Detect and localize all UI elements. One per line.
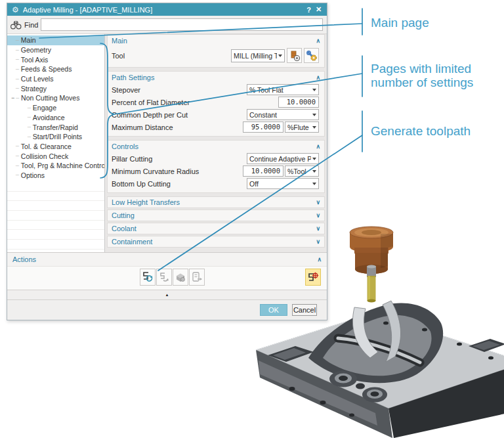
percent-flat-input[interactable]: 10.0000	[278, 97, 319, 108]
sidebar-item-label: Options	[21, 171, 45, 179]
collapse-handle-icon: ▲	[165, 293, 169, 297]
sidebar-item-start-drill-points[interactable]: ┄Start/Drill Points	[7, 132, 104, 142]
min-curvature-input[interactable]: 10.0000	[243, 165, 284, 177]
sidebar-item-transfer-rapid[interactable]: ┄Transfer/Rapid	[7, 122, 104, 132]
section-cutting[interactable]: Cutting ∨	[107, 209, 325, 221]
bottom-up-label: Bottom Up Cutting	[112, 180, 171, 188]
sidebar-item-label: Start/Drill Points	[33, 133, 82, 141]
tree-connector-icon: ┄	[28, 105, 31, 111]
depth-per-cut-value: Constant	[249, 111, 311, 119]
dialog-collapse-handle[interactable]: ▲	[7, 290, 327, 299]
sidebar-item-feeds-speeds[interactable]: ┄Feeds & Speeds	[7, 64, 104, 74]
chevron-down-icon[interactable]: ∨	[316, 212, 320, 219]
tree-connector-icon: ┄	[16, 163, 19, 169]
chevron-up-icon[interactable]: ∧	[316, 74, 320, 81]
group-main-header[interactable]: Main ∧	[108, 35, 324, 47]
min-curvature-unit-dropdown[interactable]: %Tool	[285, 165, 319, 177]
sidebar-item-strategy[interactable]: ┄Strategy	[7, 83, 104, 93]
depth-per-cut-label: Common Depth per Cut	[112, 111, 188, 119]
collapse-expander-icon[interactable]: −	[11, 95, 14, 101]
tree-connector-icon: ┄	[28, 114, 31, 120]
dropdown-caret-icon	[312, 89, 316, 91]
sidebar-item-tool-axis[interactable]: ┄Tool Axis	[7, 55, 104, 64]
group-path-settings-header[interactable]: Path Settings ∧	[108, 72, 324, 83]
replay-toolpath-icon	[158, 271, 171, 284]
replay-toolpath-button[interactable]	[156, 269, 172, 286]
adaptive-milling-dialog: ⚙ Adaptive Milling - [ADAPTIVE_MILLING] …	[7, 3, 327, 320]
sidebar-item-label: Tol. & Clearance	[21, 142, 72, 150]
group-title: Controls	[112, 142, 138, 150]
dropdown-caret-icon	[312, 158, 316, 160]
actions-header[interactable]: Actions ∧	[7, 253, 327, 266]
chevron-down-icon[interactable]: ∨	[316, 238, 320, 245]
group-title: Main	[112, 37, 127, 45]
dropdown-caret-icon	[312, 170, 316, 173]
depth-per-cut-dropdown[interactable]: Constant	[247, 109, 319, 120]
pillar-cutting-dropdown[interactable]: Continue Adaptive Pa	[247, 153, 319, 164]
section-containment[interactable]: Containment ∨	[107, 236, 325, 248]
dialog-title: Adaptive Milling - [ADAPTIVE_MILLING]	[23, 6, 304, 14]
section-coolant[interactable]: Coolant ∨	[107, 223, 325, 234]
tree-connector-icon: ┄	[16, 95, 19, 101]
verify-toolpath-button[interactable]	[173, 269, 188, 286]
help-button[interactable]: ?	[304, 6, 314, 14]
cancel-button[interactable]: Cancel	[292, 304, 317, 316]
sidebar-item-tool-prg-machine-control[interactable]: ┄Tool, Prg & Machine Control	[7, 161, 104, 171]
generate-highlighted-button[interactable]	[305, 269, 321, 286]
sidebar-item-options[interactable]: ┄Options	[7, 171, 104, 181]
percent-flat-label: Percent of Flat Diameter	[112, 99, 190, 106]
tree-connector-icon: ┄	[28, 124, 31, 130]
tool-dropdown[interactable]: MILL (Milling Toc	[231, 49, 285, 62]
ok-button[interactable]: OK	[260, 304, 287, 316]
close-button[interactable]: ✕	[314, 5, 324, 14]
sidebar-item-geometry[interactable]: ┄Geometry	[7, 45, 104, 55]
tool-settings-icon	[306, 50, 318, 62]
sidebar-item-cut-levels[interactable]: ┄Cut Levels	[7, 74, 104, 84]
generate-toolpath-button[interactable]	[140, 269, 156, 286]
sidebar-item-tol-clearance[interactable]: ┄Tol. & Clearance	[7, 142, 104, 152]
sidebar-item-label: Avoidance	[33, 114, 65, 121]
min-curvature-row: Minimum Curvature Radius 10.0000 %Tool	[108, 165, 324, 177]
tree-connector-icon: ┄	[16, 47, 19, 53]
list-toolpath-button[interactable]	[189, 269, 205, 286]
tool-label: Tool	[112, 52, 125, 60]
sidebar-item-main[interactable]: ┄Main	[7, 35, 104, 45]
tree-connector-icon: ┄	[16, 153, 19, 159]
max-distance-label: Maximum Distance	[112, 123, 173, 131]
binoculars-icon	[10, 20, 22, 30]
sidebar-item-non-cutting-moves[interactable]: −┄Non Cutting Moves	[7, 93, 104, 103]
stepover-row: Stepover % Tool Flat	[108, 83, 324, 96]
actions-toolbar	[7, 266, 327, 290]
section-title: Low Height Transfers	[112, 198, 180, 206]
tool-settings-button[interactable]	[304, 48, 319, 63]
section-title: Coolant	[112, 225, 136, 232]
sidebar-item-collision-check[interactable]: ┄Collision Check	[7, 151, 104, 161]
list-toolpath-icon	[190, 271, 203, 284]
bottom-up-row: Bottom Up Cutting Off	[108, 177, 324, 190]
sidebar-item-engage[interactable]: ┄Engage	[7, 103, 104, 113]
find-input[interactable]	[41, 18, 323, 31]
sidebar-item-avoidance[interactable]: ┄Avoidance	[7, 113, 104, 123]
sidebar-item-label: Engage	[33, 104, 56, 112]
group-controls-header[interactable]: Controls ∧	[108, 141, 324, 152]
dialog-titlebar[interactable]: ⚙ Adaptive Milling - [ADAPTIVE_MILLING] …	[7, 3, 327, 16]
new-tool-button[interactable]	[287, 48, 302, 63]
group-title: Path Settings	[112, 74, 154, 81]
chevron-down-icon[interactable]: ∨	[316, 199, 320, 206]
generate-crosshair-icon	[306, 271, 320, 284]
chevron-up-icon[interactable]: ∧	[317, 256, 322, 263]
stepover-dropdown[interactable]: % Tool Flat	[247, 84, 319, 95]
tree-connector-icon: ┄	[28, 134, 31, 140]
max-distance-input[interactable]: 95.0000	[243, 121, 284, 133]
chevron-up-icon[interactable]: ∧	[316, 37, 320, 44]
chevron-up-icon[interactable]: ∧	[316, 143, 320, 150]
max-distance-unit-dropdown[interactable]: %Flute	[285, 121, 319, 133]
section-low-height-transfers[interactable]: Low Height Transfers ∨	[107, 196, 325, 208]
tool-dropdown-value: MILL (Milling Toc	[234, 52, 277, 60]
tree-empty-area	[7, 182, 104, 252]
actions-section: Actions ∧	[7, 252, 327, 290]
chevron-down-icon[interactable]: ∨	[316, 225, 320, 232]
navigation-tree: ┄Main ┄Geometry ┄Tool Axis ┄Feeds & Spee…	[7, 34, 105, 252]
bottom-up-value: Off	[249, 180, 311, 188]
bottom-up-dropdown[interactable]: Off	[247, 178, 319, 189]
